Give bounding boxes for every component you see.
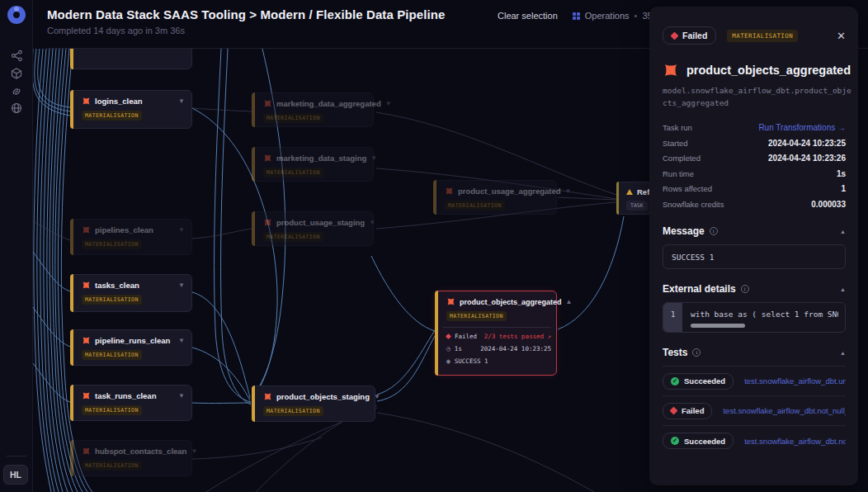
test-row: ✓ Succeeded test.snowflake_airflow_dbt.n…: [663, 426, 846, 456]
dag-node-marketing-data-aggregated[interactable]: marketing_data_aggregated ▼ MATERIALISAT…: [252, 92, 374, 127]
operations-filter[interactable]: Operations • 35: [573, 11, 653, 21]
node-divider: [442, 327, 551, 328]
app-window: HL Modern Data Stack SAAS Tooling > Mode…: [0, 0, 868, 492]
chevron-down-icon[interactable]: ▼: [385, 100, 392, 107]
node-label: marketing_data_staging: [276, 154, 366, 163]
globe-icon[interactable]: [0, 99, 33, 117]
node-status: Failed: [455, 333, 477, 340]
materialisation-badge: MATERIALISATION: [263, 232, 323, 242]
materialisation-badge: MATERIALISATION: [82, 461, 142, 471]
app-logo-icon[interactable]: [7, 6, 26, 24]
close-icon[interactable]: ✕: [837, 30, 846, 42]
dag-node-product-objects-staging[interactable]: product_objects_staging ▼ MATERIALISATIO…: [252, 386, 375, 422]
sql-code: with base as ( select 1 from SNOWFLAKE: [691, 310, 838, 319]
task-run-link[interactable]: Run Transformations →: [758, 123, 846, 132]
dag-node-product-usage-aggregated[interactable]: product_usage_aggregated ▼ MATERIALISATI…: [433, 180, 557, 215]
chevron-down-icon[interactable]: ▼: [565, 187, 572, 195]
test-link[interactable]: test.snowflake_airflow_dbt.not_null_pr: [744, 437, 846, 446]
dag-node-task-runs-clean[interactable]: task_runs_clean ▼ MATERIALISATION: [70, 385, 192, 421]
node-message: SUCCESS 1: [455, 357, 488, 365]
node-label: product_usage_aggregated: [458, 187, 561, 196]
chevron-down-icon[interactable]: ▼: [178, 97, 185, 105]
task-triangle-icon: [626, 189, 633, 195]
message-code-box: SUCCESS 1: [663, 244, 846, 269]
collapse-caret-icon[interactable]: ▲: [840, 229, 846, 234]
status-pill: Failed: [663, 26, 716, 45]
dbt-icon: [82, 225, 91, 234]
dbt-icon: [445, 187, 454, 196]
node-label: tasks_clean: [95, 281, 139, 290]
dbt-icon: [82, 97, 91, 106]
materialisation-badge: MATERIALISATION: [82, 295, 142, 305]
dag-node-pipeline-runs-clean[interactable]: pipeline_runs_clean ▼ MATERIALISATION: [70, 329, 192, 366]
chevron-down-icon[interactable]: ▼: [178, 226, 185, 234]
node-label: pipelines_clean: [95, 225, 153, 234]
node-label: task_runs_clean: [95, 391, 156, 400]
dbt-icon: [82, 447, 91, 456]
chevron-down-icon[interactable]: ▼: [370, 154, 377, 162]
node-label: marketing_data_aggregated: [276, 99, 381, 108]
collapse-caret-icon[interactable]: ▲: [840, 286, 846, 292]
external-details-section-header: External details i ▲: [663, 283, 846, 295]
link-icon[interactable]: [0, 83, 33, 101]
materialisation-badge: MATERIALISATION: [82, 111, 142, 121]
graph-icon[interactable]: [0, 46, 33, 64]
detail-row: Run time1s: [663, 166, 846, 182]
dbt-icon: [263, 154, 272, 163]
collapse-caret-icon[interactable]: ▲: [840, 350, 846, 356]
dbt-icon: [82, 281, 91, 290]
materialisation-badge: MATERIALISATION: [82, 405, 142, 415]
chevron-down-icon[interactable]: ▼: [178, 392, 185, 400]
failed-diamond-icon: [670, 407, 678, 415]
materialisation-badge: MATERIALISATION: [263, 113, 323, 123]
status-dot-icon: ◉: [446, 358, 451, 365]
materialisation-badge: MATERIALISATION: [446, 311, 507, 321]
message-section-header: Message i ▲: [663, 225, 846, 237]
chevron-down-icon[interactable]: ▼: [369, 219, 375, 226]
dag-node-pipelines-clean[interactable]: pipelines_clean ▼ MATERIALISATION: [70, 219, 192, 255]
test-link[interactable]: test.snowflake_airflow_dbt.not_null_pr: [723, 406, 846, 415]
test-status-pill: Failed: [663, 403, 712, 419]
node-runtime: 1s: [455, 345, 462, 352]
dbt-icon: [446, 297, 455, 306]
dag-node-hubspot-contacts-clean[interactable]: hubspot_contacts_clean ▼ MATERIALISATION: [70, 440, 192, 476]
chevron-down-icon[interactable]: ▼: [374, 393, 380, 400]
test-link[interactable]: test.snowflake_airflow_dbt.unique_pro: [744, 376, 846, 386]
node-label: product_objects_aggregated: [460, 298, 562, 306]
external-code-box: 1 with base as ( select 1 from SNOWFLAKE: [663, 302, 846, 333]
chevron-down-icon[interactable]: ▼: [191, 447, 197, 455]
clear-selection-button[interactable]: Clear selection: [498, 11, 558, 21]
node-label: hubspot_contacts_clean: [95, 447, 186, 456]
dag-node-tasks-clean[interactable]: tasks_clean ▼ MATERIALISATION: [70, 274, 192, 312]
dag-node-logins-clean[interactable]: logins_clean ▼ MATERIALISATION: [70, 90, 192, 129]
info-icon: i: [710, 227, 718, 235]
model-path: model.snowflake_airflow_dbt.product_obje…: [663, 85, 852, 109]
cube-icon[interactable]: [0, 64, 33, 83]
node-label: pipeline_runs_clean: [95, 336, 170, 345]
test-status-pill: ✓ Succeeded: [663, 433, 734, 449]
dbt-icon: [263, 99, 272, 108]
dbt-icon: [263, 392, 272, 401]
tests-section-header: Tests i ▲: [663, 347, 846, 358]
test-status-pill: ✓ Succeeded: [663, 373, 734, 390]
dag-node-product-usage-staging[interactable]: product_usage_staging ▼ MATERIALISATION: [252, 211, 374, 246]
node-label: product_objects_staging: [276, 392, 370, 401]
line-number: 1: [663, 303, 682, 332]
failed-diamond-icon: [446, 334, 451, 339]
info-icon: i: [692, 348, 701, 357]
sidebar: HL: [0, 0, 33, 492]
node-label: product_usage_staging: [276, 218, 365, 227]
chevron-up-icon[interactable]: ▲: [566, 298, 573, 305]
detail-row: Completed2024-04-24 10:23:26: [663, 150, 846, 166]
dbt-icon: [663, 62, 679, 78]
materialisation-badge: MATERIALISATION: [82, 239, 142, 249]
dag-node-product-objects-aggregated-selected[interactable]: product_objects_aggregated ▲ MATERIALISA…: [435, 291, 557, 376]
tests-summary-link[interactable]: 2/3 tests passed ↗: [484, 333, 551, 340]
failed-diamond-icon: [671, 31, 679, 40]
chevron-down-icon[interactable]: ▼: [178, 281, 185, 289]
horizontal-scrollbar-thumb[interactable]: [691, 324, 745, 328]
dag-node-marketing-data-staging[interactable]: marketing_data_staging ▼ MATERIALISATION: [252, 147, 374, 182]
chevron-down-icon[interactable]: ▼: [178, 337, 185, 344]
user-avatar[interactable]: HL: [3, 465, 28, 485]
node-label: logins_clean: [95, 97, 143, 106]
